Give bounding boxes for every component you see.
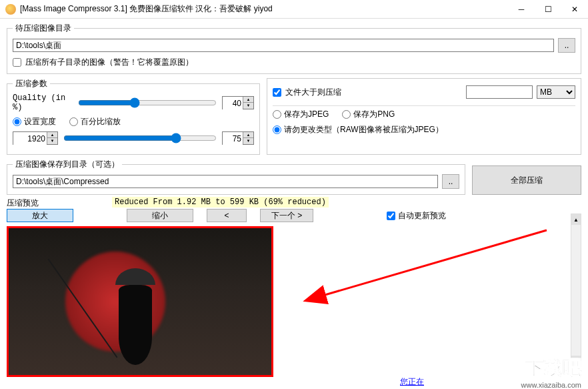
auto-preview-checkbox[interactable] bbox=[387, 212, 395, 220]
output-dir-input[interactable] bbox=[13, 175, 438, 188]
keep-radio-item[interactable]: 请勿更改类型（RAW图像将被压缩为JPEG） bbox=[273, 124, 443, 135]
output-browse-button[interactable]: .. bbox=[442, 174, 459, 189]
prev-image-button[interactable]: < bbox=[207, 209, 247, 222]
percent-spin-up[interactable]: ▲ bbox=[243, 132, 253, 138]
width-spinner[interactable]: ▲▼ bbox=[13, 131, 58, 145]
auto-preview-label: 自动更新预览 bbox=[398, 210, 446, 222]
next-image-button[interactable]: 下一个 > bbox=[260, 209, 313, 222]
width-spin-up[interactable]: ▲ bbox=[47, 132, 57, 138]
width-radio[interactable] bbox=[13, 117, 21, 126]
watermark-logo: 下载吧 bbox=[525, 356, 581, 381]
minimize-button[interactable]: ─ bbox=[508, 0, 535, 19]
preview-image-frame bbox=[7, 226, 273, 377]
percent-radio-label: 百分比缩放 bbox=[81, 116, 121, 127]
window-controls: ─ ☐ ✕ bbox=[508, 0, 588, 19]
width-value-input[interactable] bbox=[13, 132, 47, 145]
quality-spinner[interactable]: ▲▼ bbox=[222, 96, 254, 109]
window-title: [Mass Image Compressor 3.1] 免费图像压缩软件 汉化：… bbox=[20, 3, 508, 15]
scroll-up-arrow[interactable]: ▲ bbox=[571, 214, 581, 225]
jpeg-radio[interactable] bbox=[273, 110, 281, 119]
output-options-group: 文件大于则压缩 MB 保存为JPEG 保存为PNG bbox=[267, 78, 581, 155]
zoom-out-button[interactable]: 缩小 bbox=[127, 209, 193, 222]
output-dir-legend: 压缩图像保存到目录（可选） bbox=[13, 159, 122, 170]
source-dir-input[interactable] bbox=[13, 39, 554, 52]
close-button[interactable]: ✕ bbox=[561, 0, 588, 19]
titlebar: [Mass Image Compressor 3.1] 免费图像压缩软件 汉化：… bbox=[0, 0, 588, 19]
percent-slider[interactable] bbox=[63, 133, 217, 143]
quality-spin-down[interactable]: ▼ bbox=[243, 103, 253, 109]
compress-params-group: 压缩参数 Quality (in %) ▲▼ 设置宽度 百分比缩放 bbox=[7, 78, 260, 155]
percent-radio[interactable] bbox=[69, 117, 78, 126]
png-radio-item[interactable]: 保存为PNG bbox=[342, 109, 395, 120]
percent-spinner[interactable]: ▲▼ bbox=[222, 131, 254, 145]
percent-spin-down[interactable]: ▼ bbox=[243, 138, 253, 144]
width-radio-label: 设置宽度 bbox=[24, 116, 56, 127]
compress-params-legend: 压缩参数 bbox=[13, 78, 50, 89]
percent-radio-item[interactable]: 百分比缩放 bbox=[69, 116, 121, 127]
keep-radio-label: 请勿更改类型（RAW图像将被压缩为JPEG） bbox=[284, 124, 443, 135]
zoom-in-button[interactable]: 放大 bbox=[7, 209, 73, 222]
vertical-scrollbar[interactable]: ▲ ▼ bbox=[571, 214, 581, 367]
width-spin-down[interactable]: ▼ bbox=[47, 138, 57, 144]
compress-all-button[interactable]: 全部压缩 bbox=[472, 165, 581, 195]
png-radio[interactable] bbox=[342, 110, 351, 119]
width-radio-item[interactable]: 设置宽度 bbox=[13, 116, 56, 127]
source-dir-legend: 待压缩图像目录 bbox=[13, 23, 74, 34]
preview-samurai bbox=[112, 268, 159, 368]
jpeg-radio-label: 保存为JPEG bbox=[284, 109, 329, 120]
filesize-threshold-checkbox[interactable] bbox=[273, 88, 281, 97]
percent-value-input[interactable] bbox=[223, 132, 243, 145]
compress-subdirs-label: 压缩所有子目录的图像（警告！它将覆盖原图） bbox=[25, 57, 193, 68]
compress-subdirs-checkbox[interactable] bbox=[13, 58, 21, 67]
maximize-button[interactable]: ☐ bbox=[535, 0, 561, 19]
source-browse-button[interactable]: .. bbox=[558, 38, 575, 53]
output-dir-group: 压缩图像保存到目录（可选） .. bbox=[7, 159, 465, 195]
watermark: 下载吧 www.xiazaiba.com bbox=[521, 356, 581, 389]
keep-radio[interactable] bbox=[273, 125, 281, 134]
quality-slider[interactable] bbox=[78, 97, 217, 108]
quality-value-input[interactable] bbox=[223, 97, 243, 110]
filesize-value-input[interactable] bbox=[466, 85, 533, 99]
quality-spin-up[interactable]: ▲ bbox=[243, 97, 253, 103]
quality-label: Quality (in %) bbox=[13, 93, 73, 112]
source-dir-group: 待压缩图像目录 .. 压缩所有子目录的图像（警告！它将覆盖原图） bbox=[7, 23, 581, 74]
footer-status-link[interactable]: 您正在 bbox=[400, 376, 424, 388]
preview-info-text: Reduced From 1.92 MB to 599 KB (69% redu… bbox=[112, 197, 329, 208]
preview-group: 压缩预览 Reduced From 1.92 MB to 599 KB (69%… bbox=[7, 195, 581, 380]
watermark-url: www.xiazaiba.com bbox=[521, 381, 581, 389]
png-radio-label: 保存为PNG bbox=[353, 109, 395, 120]
jpeg-radio-item[interactable]: 保存为JPEG bbox=[273, 109, 329, 120]
preview-image bbox=[9, 228, 271, 375]
filesize-threshold-label: 文件大于则压缩 bbox=[285, 87, 341, 98]
preview-legend: 压缩预览 bbox=[7, 198, 39, 209]
filesize-unit-select[interactable]: MB bbox=[537, 85, 575, 99]
app-icon bbox=[5, 4, 16, 15]
auto-preview-item[interactable]: 自动更新预览 bbox=[387, 210, 446, 222]
